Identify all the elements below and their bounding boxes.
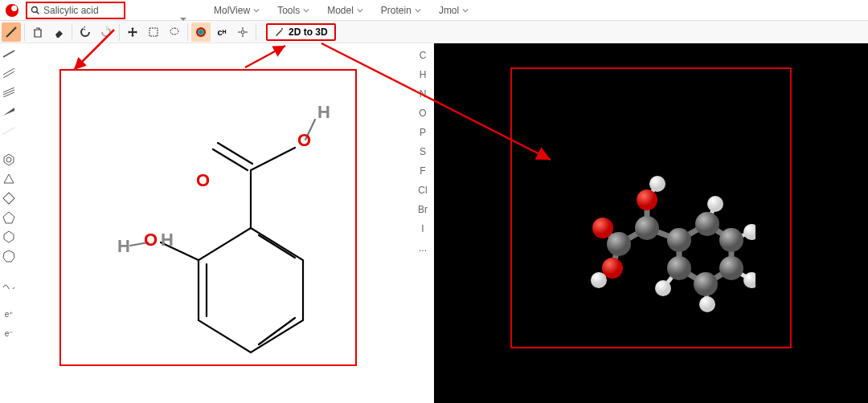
atom-label-H: H (161, 230, 174, 250)
tool-skeletal[interactable]: cH (212, 22, 231, 42)
svg-marker-25 (3, 250, 14, 262)
search-input[interactable] (43, 5, 116, 16)
svg-line-30 (259, 318, 295, 344)
svg-point-75 (591, 272, 607, 288)
svg-point-66 (719, 256, 743, 280)
svg-point-1 (11, 5, 17, 10)
menu-tools-label: Tools (277, 5, 300, 16)
color-icon (195, 26, 207, 38)
ring-hexagon[interactable] (1, 230, 17, 244)
menu-molview[interactable]: MolView (214, 5, 260, 16)
ring-benzene[interactable] (1, 153, 17, 167)
chevron-down-icon (357, 7, 363, 14)
tool-single-bond[interactable] (2, 22, 21, 42)
menu-model[interactable]: Model (327, 5, 363, 16)
svg-point-62 (635, 216, 659, 240)
svg-point-70 (743, 224, 755, 240)
element-Cl[interactable]: Cl (418, 185, 427, 199)
svg-point-65 (719, 228, 743, 252)
svg-point-58 (592, 218, 613, 238)
annotation-arrow-3d (313, 35, 563, 180)
molecule-2d-structure (66, 75, 355, 364)
canvas-3d[interactable] (434, 43, 868, 403)
charge-minus-label: e⁻ (5, 329, 14, 338)
annotation-arrow-2d3d (241, 42, 297, 74)
svg-line-3 (37, 11, 39, 14)
svg-rect-22 (3, 193, 14, 204)
search-icon (31, 6, 40, 15)
svg-marker-19 (4, 154, 14, 165)
svg-point-20 (6, 157, 11, 162)
tool-center[interactable] (233, 22, 252, 42)
svg-line-26 (74, 30, 114, 70)
svg-line-14 (3, 88, 14, 92)
ring-heptagon[interactable] (1, 249, 17, 263)
tool-trash[interactable] (28, 22, 47, 42)
svg-point-64 (695, 212, 719, 236)
svg-marker-21 (4, 174, 14, 183)
svg-line-4 (6, 27, 16, 37)
menu-jmol[interactable]: Jmol (439, 5, 469, 16)
rect-select-icon (148, 26, 159, 38)
svg-rect-5 (149, 28, 158, 36)
svg-point-61 (607, 232, 631, 256)
svg-point-10 (281, 28, 283, 30)
menu-jmol-label: Jmol (439, 5, 459, 16)
charge-minus[interactable]: e⁻ (1, 326, 17, 340)
ring-triangle[interactable] (1, 172, 17, 186)
ring-square[interactable] (1, 191, 17, 206)
bond-single[interactable] (1, 47, 17, 61)
tool-lasso-select[interactable] (165, 22, 184, 42)
tool-rect-select[interactable] (144, 22, 163, 42)
chain-tool[interactable] (1, 278, 17, 292)
svg-marker-17 (3, 108, 14, 116)
trash-icon (32, 26, 43, 38)
svg-marker-23 (3, 212, 14, 223)
bond-double[interactable] (1, 66, 17, 80)
separator (24, 23, 25, 41)
menu-protein[interactable]: Protein (381, 5, 421, 16)
charge-plus[interactable]: e⁺ (1, 307, 17, 321)
menu-protein-label: Protein (381, 5, 411, 16)
menu-model-label: Model (327, 5, 354, 16)
svg-line-27 (245, 46, 285, 67)
menu-tools[interactable]: Tools (277, 5, 309, 16)
svg-point-9 (241, 31, 244, 34)
svg-point-68 (667, 256, 691, 280)
app-logo (5, 3, 19, 18)
svg-point-2 (32, 6, 38, 12)
svg-line-34 (218, 143, 252, 164)
chevron-down-icon (415, 7, 421, 14)
element-Br[interactable]: Br (418, 204, 428, 218)
svg-point-67 (694, 272, 718, 296)
tool-color[interactable] (191, 22, 211, 42)
svg-point-60 (637, 189, 657, 210)
svg-line-16 (3, 92, 14, 97)
svg-point-63 (667, 228, 691, 252)
atom-label-O: O (196, 170, 210, 191)
bond-sidebar: e⁺ e⁻ (0, 43, 18, 403)
svg-line-12 (3, 68, 14, 75)
atom-label-H: H (117, 236, 130, 257)
svg-point-74 (649, 176, 665, 192)
annotation-arrow-search (62, 26, 142, 82)
svg-point-8 (199, 31, 203, 34)
bond-triple[interactable] (1, 85, 17, 100)
svg-point-73 (655, 280, 671, 296)
topbar: MolView Tools Model Protein Jmol (0, 0, 868, 21)
element-more[interactable]: ... (419, 242, 427, 257)
chevron-down-icon (303, 7, 309, 14)
bond-dash[interactable] (1, 124, 17, 138)
charge-plus-label: e⁺ (5, 310, 14, 319)
ring-pentagon[interactable] (1, 210, 17, 225)
main-menu: MolView Tools Model Protein Jmol (214, 5, 469, 16)
menu-molview-label: MolView (214, 5, 250, 16)
molecule-3d-structure (555, 148, 755, 332)
element-I[interactable]: I (421, 223, 424, 238)
separator (187, 23, 188, 41)
atom-label-O: O (297, 130, 311, 151)
lasso-icon (169, 26, 180, 38)
bond-wedge[interactable] (1, 104, 17, 119)
search-box-highlight (26, 2, 125, 19)
svg-line-29 (259, 235, 295, 258)
